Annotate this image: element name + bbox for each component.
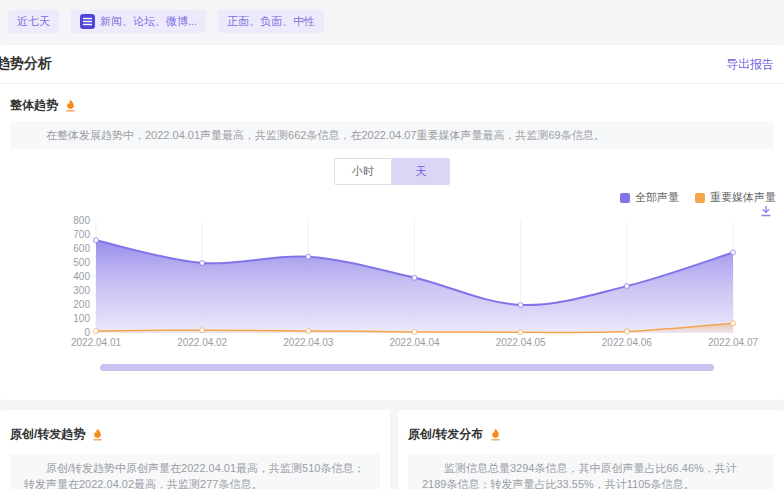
filter-chip-date-range[interactable]: 近七天 bbox=[8, 10, 59, 33]
granularity-toggle: 小时 天 bbox=[334, 158, 450, 185]
original-repost-trend-title: 原创/转发趋势 bbox=[10, 426, 104, 443]
original-repost-trend-summary: 原创/转发趋势中原创声量在2022.04.01最高，共监测510条信息；转发声量… bbox=[10, 454, 380, 489]
dashboard-page: 近七天 新闻、论坛、微博... 正面、负面、中性 趋势分析 导出报告 整体趋势 … bbox=[0, 0, 784, 489]
svg-text:2022.04.07: 2022.04.07 bbox=[708, 337, 758, 348]
hot-flame-icon bbox=[91, 428, 104, 441]
hot-flame-icon bbox=[64, 99, 77, 112]
overall-trend-label: 整体趋势 bbox=[10, 97, 58, 114]
filter-chip-date-label: 近七天 bbox=[17, 14, 50, 29]
granularity-hour-button[interactable]: 小时 bbox=[334, 158, 392, 185]
svg-text:100: 100 bbox=[73, 313, 90, 324]
svg-text:400: 400 bbox=[73, 271, 90, 282]
svg-text:2022.04.05: 2022.04.05 bbox=[496, 337, 546, 348]
source-list-icon bbox=[80, 14, 95, 29]
trend-chart[interactable]: 01002003004005006007008002022.04.012022.… bbox=[0, 200, 784, 350]
overall-trend-summary: 在整体发展趋势中，2022.04.01声量最高，共监测662条信息，在2022.… bbox=[10, 121, 774, 149]
svg-text:2022.04.03: 2022.04.03 bbox=[283, 337, 333, 348]
chart-datazoom-scrollbar[interactable] bbox=[100, 364, 714, 371]
original-repost-distribution-summary: 监测信息总量3294条信息，其中原创声量占比66.46%，共计2189条信息；转… bbox=[408, 454, 774, 489]
original-repost-distribution-title: 原创/转发分布 bbox=[408, 426, 502, 443]
filter-bar: 近七天 新闻、论坛、微博... 正面、负面、中性 bbox=[8, 10, 324, 33]
original-repost-distribution-card: 原创/转发分布 监测信息总量3294条信息，其中原创声量占比66.46%，共计2… bbox=[398, 410, 784, 489]
svg-text:500: 500 bbox=[73, 257, 90, 268]
filter-chip-sources-label: 新闻、论坛、微博... bbox=[100, 14, 197, 29]
export-report-link[interactable]: 导出报告 bbox=[726, 56, 774, 73]
svg-text:2022.04.02: 2022.04.02 bbox=[177, 337, 227, 348]
original-repost-trend-label: 原创/转发趋势 bbox=[10, 426, 85, 443]
trend-card-header: 趋势分析 导出报告 bbox=[0, 45, 784, 84]
filter-chip-sentiment-label: 正面、负面、中性 bbox=[227, 14, 315, 29]
svg-text:2022.04.04: 2022.04.04 bbox=[389, 337, 439, 348]
page-title: 趋势分析 bbox=[0, 55, 52, 73]
granularity-day-button[interactable]: 天 bbox=[392, 158, 450, 185]
svg-text:300: 300 bbox=[73, 285, 90, 296]
svg-text:700: 700 bbox=[73, 229, 90, 240]
svg-text:2022.04.01: 2022.04.01 bbox=[71, 337, 121, 348]
svg-text:2022.04.06: 2022.04.06 bbox=[602, 337, 652, 348]
original-repost-distribution-label: 原创/转发分布 bbox=[408, 426, 483, 443]
svg-text:800: 800 bbox=[73, 215, 90, 226]
hot-flame-icon bbox=[489, 428, 502, 441]
filter-chip-sentiment[interactable]: 正面、负面、中性 bbox=[218, 10, 324, 33]
trend-analysis-card: 趋势分析 导出报告 整体趋势 在整体发展趋势中，2022.04.01声量最高，共… bbox=[0, 45, 784, 400]
filter-chip-sources[interactable]: 新闻、论坛、微博... bbox=[71, 10, 206, 33]
overall-trend-title: 整体趋势 bbox=[10, 97, 77, 114]
svg-text:200: 200 bbox=[73, 299, 90, 310]
svg-text:600: 600 bbox=[73, 243, 90, 254]
original-repost-trend-card: 原创/转发趋势 原创/转发趋势中原创声量在2022.04.01最高，共监测510… bbox=[0, 410, 390, 489]
